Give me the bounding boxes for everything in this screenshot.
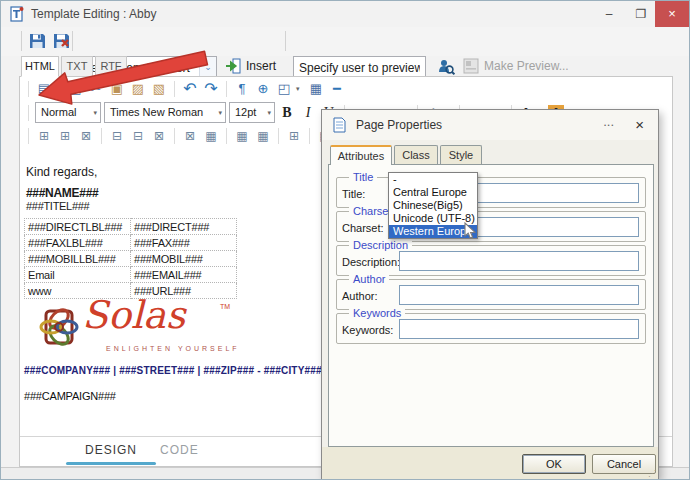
keywords-input[interactable]	[399, 319, 639, 339]
hyperlink-icon[interactable]: ⊕	[254, 80, 272, 98]
save-as-icon[interactable]	[53, 33, 70, 49]
dialog-more-button[interactable]: ...	[603, 114, 614, 129]
insert-image-icon[interactable]: ◰	[275, 80, 293, 98]
trademark-symbol: TM	[220, 303, 230, 310]
title-placeholder: ###TITEL###	[26, 200, 89, 212]
ok-button[interactable]: OK	[522, 454, 586, 474]
cut-icon[interactable]: ✂	[87, 80, 105, 98]
description-group: Description Description:	[336, 245, 646, 276]
toolbar-separator	[101, 128, 102, 144]
description-field-label: Description:	[342, 256, 400, 268]
editor-toolbar-row1: ▤ ◫ ✂ ▣ ▨ ▧ ↶ ↷ ¶ ⊕ ◰ ▾ ▦ ━	[20, 77, 672, 100]
toolbar-separator	[278, 128, 279, 144]
insert-row-above-icon[interactable]: ⊟	[108, 127, 126, 145]
author-input[interactable]	[399, 285, 639, 305]
maximize-button[interactable]: ❐	[625, 1, 657, 27]
row-height-icon[interactable]: ⊞	[285, 127, 303, 145]
save-icon[interactable]	[29, 33, 46, 49]
redo-icon[interactable]: ↷	[202, 80, 220, 98]
table-row: ###MOBILLBL### ###MOBIL###	[25, 251, 237, 267]
italic-button[interactable]: I	[299, 105, 317, 121]
make-preview-button[interactable]: Make Preview...	[463, 58, 569, 74]
toolbar-separator	[21, 31, 22, 51]
dialog-tab-class[interactable]: Class	[394, 145, 438, 164]
make-preview-label: Make Preview...	[484, 59, 569, 73]
description-input[interactable]	[399, 251, 639, 271]
app-icon	[9, 6, 25, 22]
active-tab-underline	[66, 462, 156, 465]
paste-from-word-icon[interactable]: ▧	[150, 80, 168, 98]
toolbar-separator	[59, 81, 60, 97]
page-properties-dialog: Page Properties ... × Attributes Class S…	[321, 109, 659, 479]
celtic-knot-icon	[38, 303, 80, 351]
insert-button[interactable]: Insert	[225, 58, 276, 74]
toolbar-separator	[28, 128, 29, 144]
user-search-icon[interactable]	[437, 58, 455, 76]
keywords-group: Keywords Keywords:	[336, 313, 646, 344]
title-field-label: Title:	[342, 188, 365, 200]
chevron-down-icon: ▾	[218, 109, 222, 117]
title-bar: Template Editing : Abby – ❐ ×	[1, 1, 689, 27]
toolbar-separator	[226, 81, 227, 97]
solas-logo: Solas TM ENLIGHTEN YOURSELF	[38, 303, 298, 363]
dialog-tab-style[interactable]: Style	[440, 145, 482, 164]
campaign-placeholder: ###CAMPAIGN###	[24, 390, 116, 402]
delete-row-icon[interactable]: ⊠	[150, 127, 168, 145]
table-properties-icon[interactable]: ▦	[254, 127, 272, 145]
insert-table-icon[interactable]: ▦	[307, 80, 325, 98]
delete-column-icon[interactable]: ⊠	[181, 127, 199, 145]
font-name-dropdown[interactable]: Times New Roman ▾	[104, 102, 226, 123]
author-field-label: Author:	[342, 290, 377, 302]
app-window: Template Editing : Abby – ❐ × Select Ite…	[0, 0, 690, 480]
tab-html[interactable]: HTML	[21, 56, 59, 77]
tab-rtf[interactable]: RTF	[95, 56, 127, 77]
page-properties-icon[interactable]: ▤	[35, 80, 53, 98]
minimize-button[interactable]: –	[593, 1, 625, 27]
table-cell: Email	[25, 267, 131, 283]
dialog-close-icon[interactable]: ×	[635, 116, 644, 133]
charset-option[interactable]: -	[389, 173, 477, 186]
table-cell: ###FAX###	[131, 235, 237, 251]
paragraph-style-value: Normal	[41, 106, 76, 118]
tab-code[interactable]: CODE	[160, 443, 199, 457]
table-row: ###DIRECTLBL### ###DIRECT###	[25, 219, 237, 235]
column-width-icon[interactable]: ▦	[233, 127, 251, 145]
print-preview-icon[interactable]: ◫	[66, 80, 84, 98]
merge-cells-icon[interactable]: ▦	[202, 127, 220, 145]
table-cell: ###MOBIL###	[131, 251, 237, 267]
bold-button[interactable]: B	[278, 105, 296, 121]
insert-row-below-icon[interactable]: ⊟	[129, 127, 147, 145]
font-size-dropdown[interactable]: 12pt ▾	[229, 102, 275, 123]
dialog-title-bar: Page Properties ... ×	[322, 110, 658, 140]
brand-name: Solas	[82, 293, 185, 337]
table-cell: ###DIRECTLBL###	[25, 219, 131, 235]
description-group-legend: Description	[349, 239, 412, 251]
paragraph-marks-icon[interactable]: ¶	[233, 80, 251, 98]
undo-icon[interactable]: ↶	[181, 80, 199, 98]
close-button[interactable]: ×	[655, 1, 689, 27]
toolbar-separator	[309, 128, 310, 144]
charset-option[interactable]: Chinese(Big5)	[389, 199, 477, 212]
copy-icon[interactable]: ▣	[108, 80, 126, 98]
cell-indent-icon[interactable]: ⊞	[35, 127, 53, 145]
contact-table: ###DIRECTLBL### ###DIRECT### ###FAXLBL##…	[24, 218, 237, 299]
toolbar-separator	[226, 128, 227, 144]
resize-grip[interactable]: ⋰	[648, 470, 656, 478]
table-cell: ###EMAIL###	[131, 267, 237, 283]
paragraph-style-dropdown[interactable]: Normal ▾	[35, 102, 101, 123]
horizontal-rule-icon[interactable]: ━	[328, 80, 346, 98]
keywords-group-legend: Keywords	[349, 307, 405, 319]
tab-design[interactable]: DESIGN	[85, 443, 137, 457]
dropdown-caret-icon[interactable]: ▾	[296, 85, 304, 93]
cell-outdent-icon[interactable]: ⊞	[56, 127, 74, 145]
cancel-button[interactable]: Cancel	[592, 454, 656, 474]
toolbar-separator	[174, 128, 175, 144]
keywords-field-label: Keywords:	[342, 324, 393, 336]
make-preview-icon	[463, 58, 479, 74]
delete-table-icon[interactable]: ⊠	[77, 127, 95, 145]
charset-option[interactable]: Central Europe	[389, 186, 477, 199]
dialog-tab-attributes[interactable]: Attributes	[330, 145, 392, 165]
chevron-down-icon[interactable]: ⌄	[199, 57, 216, 78]
tab-txt[interactable]: TXT	[61, 56, 93, 77]
paste-icon[interactable]: ▨	[129, 80, 147, 98]
